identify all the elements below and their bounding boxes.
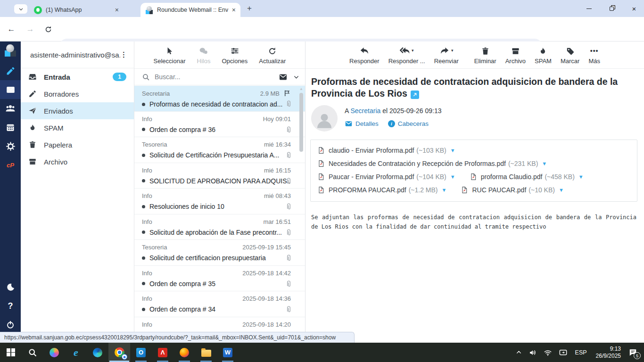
attachment-menu-caret-icon[interactable]: ▼ xyxy=(542,161,547,166)
chrome-button[interactable]: ☻ xyxy=(108,343,130,362)
folder-inbox[interactable]: Entrada 1 xyxy=(21,68,134,85)
calendar-nav-button[interactable] xyxy=(0,118,21,137)
attachment-menu-caret-icon[interactable]: ▼ xyxy=(450,148,455,153)
recipient-link[interactable]: Secretaria xyxy=(350,107,380,115)
dropdown-caret-icon[interactable]: ▾ xyxy=(412,48,414,54)
notification-center-button[interactable]: 5 xyxy=(628,348,637,357)
details-toggle[interactable]: Detalles xyxy=(345,120,379,128)
options-button[interactable]: Opciones xyxy=(222,46,248,68)
list-item[interactable]: Info2025-09-18 14:36 Orden de compra # 3… xyxy=(134,291,305,317)
spam-button[interactable]: SPAM xyxy=(535,46,552,68)
account-email: asistente-administrativo@sa... xyxy=(30,51,120,59)
attachment-link[interactable]: claudio - Enviar Proforma.pdf(~103 KB)▼ xyxy=(317,147,455,154)
headers-toggle[interactable]: iCabeceras xyxy=(388,120,429,127)
window-minimize-button[interactable] xyxy=(578,0,600,17)
logout-button[interactable] xyxy=(0,315,21,334)
clock[interactable]: 9:13 26/9/2025 xyxy=(596,346,621,360)
account-header[interactable]: asistente-administrativo@sa... ⋮ xyxy=(21,41,134,68)
select-button[interactable]: Seleccionar xyxy=(154,46,186,68)
search-scope-icon[interactable] xyxy=(279,73,288,82)
folder-spam[interactable]: SPAM xyxy=(21,119,134,136)
options-icon xyxy=(230,46,239,56)
folder-trash[interactable]: Papelera xyxy=(21,136,134,153)
internet-explorer-button[interactable]: e xyxy=(65,343,87,362)
edge-button[interactable] xyxy=(87,343,108,362)
wifi-icon[interactable] xyxy=(544,348,552,357)
forward-icon xyxy=(439,46,450,56)
attachment-link[interactable]: RUC PAUCAR.pdf(~10 KB)▼ xyxy=(461,186,563,194)
window-restore-button[interactable] xyxy=(601,0,622,17)
tab-close-icon[interactable]: × xyxy=(232,7,236,13)
cast-icon[interactable] xyxy=(559,348,568,357)
file-explorer-button[interactable] xyxy=(195,343,217,362)
forward-button[interactable]: → xyxy=(25,24,36,35)
more-button[interactable]: ••• Más xyxy=(588,46,600,68)
attachment-link[interactable]: PROFORMA PAUCAR.pdf(~1.2 MB)▼ xyxy=(317,186,446,194)
list-item[interactable]: Info2025-09-18 14:42 Orden de compra # 3… xyxy=(134,266,305,292)
volume-icon[interactable] xyxy=(528,348,537,357)
reload-button[interactable] xyxy=(42,24,54,35)
list-item[interactable]: Tesoreriamié 16:34 Solicitud de Certific… xyxy=(134,137,305,163)
new-tab-button[interactable]: + xyxy=(247,4,252,13)
tray-expand-chevron-icon[interactable] xyxy=(516,349,522,355)
mark-button[interactable]: Marcar xyxy=(561,46,579,68)
folder-drafts[interactable]: Borradores xyxy=(21,85,134,102)
folder-archive[interactable]: Archivo xyxy=(21,153,134,170)
attachment-link[interactable]: proforma Claudio.pdf(~458 KB)▼ xyxy=(470,173,584,181)
attachment-link[interactable]: Necesidades de Contratación y Recepción … xyxy=(317,160,547,167)
archive-button[interactable]: Archivo xyxy=(505,46,526,68)
search-input[interactable] xyxy=(155,73,279,81)
account-menu-icon[interactable]: ⋮ xyxy=(120,50,127,59)
tab-roundcube[interactable]: Roundcube Webmail :: Enviados × xyxy=(140,3,240,17)
back-button[interactable]: ← xyxy=(6,24,17,35)
attachment-menu-caret-icon[interactable]: ▼ xyxy=(559,187,564,193)
attachment-icon xyxy=(285,229,293,237)
list-item[interactable]: Infomié 08:43 Resoluciones de inicio 10 xyxy=(134,189,305,214)
dark-mode-button[interactable] xyxy=(0,278,21,296)
mail-nav-button[interactable] xyxy=(0,80,21,99)
start-button[interactable] xyxy=(0,343,22,362)
list-item[interactable]: Infomié 16:15 SOLICITUD DE APROBACION PA… xyxy=(134,163,305,189)
delete-button[interactable]: Eliminar xyxy=(474,46,496,68)
search-options-chevron-icon[interactable] xyxy=(293,74,299,80)
list-scrollbar[interactable]: ▲ ▼ xyxy=(298,87,304,340)
acrobat-button[interactable]: Λ xyxy=(152,343,173,362)
list-item[interactable]: Infomar 16:51 Solicitud de aprobación de… xyxy=(134,214,305,240)
settings-nav-button[interactable] xyxy=(0,137,21,156)
attachment-menu-caret-icon[interactable]: ▼ xyxy=(578,174,584,180)
cpanel-button[interactable]: cP xyxy=(0,156,21,174)
dropdown-caret-icon[interactable]: ▾ xyxy=(451,48,454,54)
language-indicator[interactable]: ESP xyxy=(575,349,587,356)
open-in-new-window-icon[interactable] xyxy=(411,90,419,99)
recipient-line: A Secretaria el 2025-09-26 09:13 xyxy=(345,107,442,115)
outlook-button[interactable]: O xyxy=(130,343,152,362)
list-item[interactable]: InfoHoy 09:01 Orden de compra # 36 xyxy=(134,112,305,138)
tab-close-icon[interactable]: × xyxy=(115,7,119,13)
window-close-button[interactable]: × xyxy=(623,0,644,17)
folder-sent[interactable]: Enviados xyxy=(21,102,134,119)
attachment-link[interactable]: Paucar - Enviar Proforma.pdf(~104 KB)▼ xyxy=(317,173,455,181)
list-item[interactable]: Tesoreria2025-09-19 15:45 Solicitud de c… xyxy=(134,240,305,266)
tab-whatsapp[interactable]: (1) WhatsApp × xyxy=(29,3,124,17)
refresh-button[interactable]: Actualizar xyxy=(259,46,286,68)
reply-button[interactable]: Responder xyxy=(349,46,380,68)
acrobat-icon: Λ xyxy=(158,348,167,357)
tab-search-button[interactable] xyxy=(14,4,27,14)
trash-icon xyxy=(481,47,490,56)
attachment-menu-caret-icon[interactable]: ▼ xyxy=(442,187,447,193)
compose-button[interactable] xyxy=(0,61,21,80)
scroll-thumb[interactable] xyxy=(299,93,303,152)
taskbar-search-button[interactable] xyxy=(22,343,43,362)
help-button[interactable]: ? xyxy=(0,296,21,315)
threads-button[interactable]: Hilos xyxy=(197,46,211,68)
reply-all-button[interactable]: ▾ Responder ... xyxy=(388,46,425,68)
unread-dot xyxy=(142,256,145,260)
firefox-button[interactable] xyxy=(173,343,195,362)
forward-button[interactable]: ▾ Reenviar xyxy=(434,46,459,68)
contacts-nav-button[interactable] xyxy=(0,99,21,118)
word-button[interactable]: W xyxy=(217,343,239,362)
list-item[interactable]: Secretaria2.9 MB Proformas de necesidad … xyxy=(134,86,305,112)
scroll-up-icon[interactable]: ▲ xyxy=(298,87,304,91)
copilot-button[interactable] xyxy=(43,343,65,362)
attachment-menu-caret-icon[interactable]: ▼ xyxy=(450,174,455,180)
